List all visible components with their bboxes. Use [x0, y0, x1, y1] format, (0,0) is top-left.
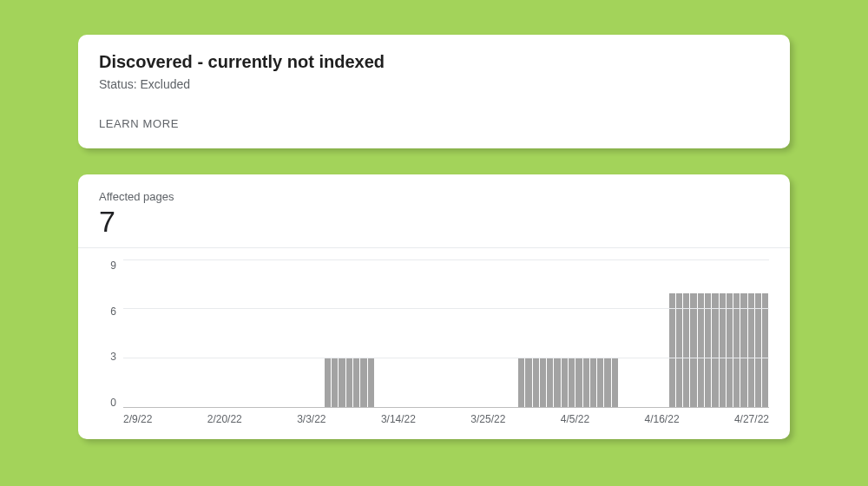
status-value: Excluded	[140, 77, 190, 91]
bar	[533, 358, 539, 407]
metric-label: Affected pages	[99, 190, 769, 203]
bar	[590, 358, 596, 407]
bar	[583, 358, 589, 407]
status-card: Discovered - currently not indexed Statu…	[78, 35, 790, 148]
bar	[339, 358, 345, 407]
bar	[712, 293, 718, 407]
x-axis: 2/9/222/20/223/3/223/14/223/25/224/5/224…	[123, 413, 769, 425]
bar	[720, 293, 726, 407]
learn-more-button[interactable]: LEARN MORE	[99, 117, 179, 130]
bar	[540, 358, 546, 407]
bar	[676, 293, 682, 407]
bars-container	[123, 260, 769, 407]
chart: 9630	[99, 260, 769, 408]
page-title: Discovered - currently not indexed	[99, 52, 769, 72]
gridline	[123, 358, 769, 358]
bar	[518, 358, 524, 407]
chart-card: Affected pages 7 9630 2/9/222/20/223/3/2…	[78, 174, 790, 439]
bar	[569, 358, 575, 407]
gridline	[123, 308, 769, 309]
bar	[325, 358, 331, 407]
bar	[346, 358, 352, 407]
plot-area	[123, 260, 769, 408]
bar	[575, 358, 582, 407]
bar	[698, 293, 704, 407]
bar	[683, 293, 689, 407]
x-tick: 4/27/22	[734, 413, 769, 425]
bar	[562, 358, 568, 407]
x-tick: 3/14/22	[381, 413, 416, 425]
bar	[755, 293, 761, 407]
bar	[733, 293, 740, 407]
bar	[368, 358, 374, 407]
bar	[727, 293, 733, 407]
bar	[705, 293, 711, 407]
x-tick: 3/3/22	[297, 413, 326, 425]
x-tick: 2/20/22	[207, 413, 242, 425]
status-label: Status:	[99, 77, 137, 91]
status-line: Status: Excluded	[99, 77, 769, 91]
bar	[748, 293, 754, 407]
x-tick: 4/16/22	[645, 413, 680, 425]
bar	[525, 358, 531, 407]
x-tick: 2/9/22	[123, 413, 152, 425]
bar	[332, 358, 338, 407]
x-tick: 4/5/22	[561, 413, 589, 425]
y-tick: 9	[110, 260, 116, 271]
y-tick: 0	[110, 397, 116, 408]
y-tick: 3	[110, 351, 116, 362]
bar	[740, 293, 746, 407]
x-tick: 3/25/22	[470, 413, 505, 425]
y-tick: 6	[110, 306, 116, 317]
bar	[360, 358, 366, 407]
metric-value: 7	[99, 205, 769, 239]
bar	[612, 358, 618, 407]
bar	[597, 358, 603, 407]
y-axis: 9630	[99, 260, 123, 408]
bar	[353, 358, 359, 407]
bar	[547, 358, 553, 407]
gridline	[123, 259, 769, 260]
bar	[604, 358, 610, 407]
bar	[762, 293, 768, 407]
bar	[669, 293, 675, 407]
bar	[554, 358, 560, 407]
bar	[690, 293, 696, 407]
divider	[78, 247, 790, 248]
